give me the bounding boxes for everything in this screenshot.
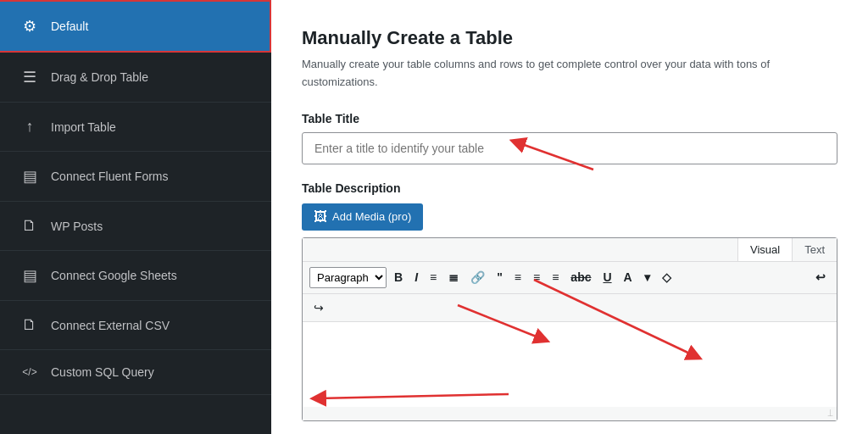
ul-button[interactable]: ≡: [426, 269, 441, 286]
editor-tabs: Visual Text: [303, 238, 837, 262]
tab-text[interactable]: Text: [792, 238, 837, 261]
table-title-label: Table Title: [302, 112, 837, 125]
chevron-down-icon[interactable]: ▾: [640, 269, 654, 286]
sidebar-item-label: Import Table: [51, 120, 116, 134]
csv-icon: 🗋: [20, 316, 39, 334]
resize-handle[interactable]: ⟘: [303, 407, 837, 420]
sidebar-item-label: WP Posts: [51, 220, 103, 233]
italic-button[interactable]: I: [410, 269, 422, 286]
media-icon: 🖼: [314, 209, 327, 225]
add-media-label: Add Media (pro): [332, 210, 411, 223]
editor-second-row: ↪: [303, 294, 837, 322]
strikethrough-button[interactable]: abc: [566, 269, 595, 286]
tab-visual[interactable]: Visual: [737, 238, 792, 261]
underline-button[interactable]: U: [598, 269, 615, 286]
sidebar-item-label: Connect Fluent Forms: [51, 170, 169, 183]
editor-content[interactable]: [303, 322, 837, 407]
sidebar-item-google-sheets[interactable]: ▤ Connect Google Sheets: [0, 251, 271, 301]
posts-icon: 🗋: [20, 217, 39, 235]
sidebar-item-import[interactable]: ↑ Import Table: [0, 103, 271, 152]
sidebar-item-label: Connect External CSV: [51, 319, 170, 332]
link-button[interactable]: 🔗: [466, 269, 489, 286]
sidebar-item-fluent-forms[interactable]: ▤ Connect Fluent Forms: [0, 152, 271, 202]
sidebar-item-label: Drag & Drop Table: [51, 70, 148, 84]
sidebar: ⚙ Default ☰ Drag & Drop Table ↑ Import T…: [0, 0, 271, 434]
editor-toolbar: Paragraph B I ≡ ≣ 🔗 " ≡ ≡ ≡ abc U A ▾ ◇ …: [303, 262, 837, 294]
sidebar-item-external-csv[interactable]: 🗋 Connect External CSV: [0, 301, 271, 350]
ol-button[interactable]: ≣: [444, 269, 463, 286]
sidebar-item-wp-posts[interactable]: 🗋 WP Posts: [0, 202, 271, 251]
align-left-button[interactable]: ≡: [510, 269, 526, 286]
sidebar-item-sql-query[interactable]: </> Custom SQL Query: [0, 350, 271, 395]
sql-icon: </>: [20, 366, 39, 378]
add-media-button[interactable]: 🖼 Add Media (pro): [302, 203, 423, 231]
eraser-button[interactable]: ◇: [658, 269, 676, 286]
forms-icon: ▤: [20, 167, 39, 186]
sidebar-item-drag-drop[interactable]: ☰ Drag & Drop Table: [0, 53, 271, 103]
page-title: Manually Create a Table: [302, 27, 837, 49]
bold-button[interactable]: B: [390, 269, 407, 286]
editor-wrapper: Visual Text Paragraph B I ≡ ≣ 🔗 " ≡ ≡ ≡ …: [302, 237, 837, 421]
undo-button[interactable]: ↩: [811, 269, 830, 286]
table-description-label: Table Description: [302, 181, 837, 195]
font-color-button[interactable]: A: [620, 269, 637, 286]
align-right-button[interactable]: ≡: [548, 269, 563, 286]
table-title-input[interactable]: [302, 132, 837, 164]
gear-icon: ⚙: [20, 17, 39, 36]
align-center-button[interactable]: ≡: [529, 269, 544, 286]
paragraph-select[interactable]: Paragraph: [309, 267, 387, 288]
sidebar-item-label: Default: [51, 19, 88, 33]
sheets-icon: ▤: [20, 266, 39, 285]
import-icon: ↑: [20, 118, 39, 136]
drag-icon: ☰: [20, 68, 39, 86]
sidebar-item-default[interactable]: ⚙ Default: [0, 0, 271, 53]
quote-button[interactable]: ": [492, 269, 507, 286]
page-description: Manually create your table columns and r…: [302, 56, 827, 92]
sidebar-item-label: Connect Google Sheets: [51, 269, 177, 282]
sidebar-item-label: Custom SQL Query: [51, 365, 154, 379]
redo-button[interactable]: ↪: [309, 299, 328, 316]
main-content: Manually Create a Table Manually create …: [271, 0, 868, 434]
